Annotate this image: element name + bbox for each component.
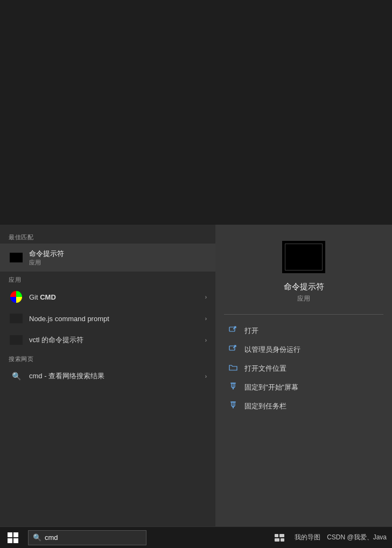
taskbar-search-box[interactable]: 🔍 cmd xyxy=(28,530,146,545)
action-pin-taskbar[interactable]: 固定到任务栏 xyxy=(215,397,392,415)
svg-rect-10 xyxy=(275,538,279,542)
apps-section-title: 应用 xyxy=(0,272,215,286)
pin-start-icon xyxy=(228,382,238,392)
pin-taskbar-icon xyxy=(228,401,238,411)
taskbar-right-area: 我的导图 CSDN @我爱、Java xyxy=(271,527,392,549)
web-section-title: 搜索网页 xyxy=(0,351,215,365)
app-large-name: 命令提示符 xyxy=(284,282,324,292)
nodejs-icon xyxy=(9,311,24,326)
action-location-label: 打开文件位置 xyxy=(244,364,286,373)
task-view-button[interactable] xyxy=(271,527,288,549)
vctl-label: vctl 的命令提示符 xyxy=(29,335,205,345)
svg-rect-0 xyxy=(229,327,235,331)
git-colorful-icon xyxy=(10,291,22,303)
taskbar-search-icon: 🔍 xyxy=(33,533,41,542)
magnifier-icon: 🔍 xyxy=(12,372,21,380)
vctl-icon xyxy=(9,332,24,348)
action-pin-start[interactable]: 固定到"开始"屏幕 xyxy=(215,378,392,397)
best-match-app-name: 命令提示符 xyxy=(29,249,64,259)
web-search-arrow-icon: › xyxy=(205,373,207,379)
menu-item-git-cmd[interactable]: Git CMD › xyxy=(0,286,215,308)
action-admin-label: 以管理员身份运行 xyxy=(244,345,300,355)
app-large-type: 应用 xyxy=(297,294,310,303)
cmd-icon-best-match xyxy=(9,250,24,265)
my-guide-label[interactable]: 我的导图 xyxy=(295,533,320,542)
start-button[interactable] xyxy=(0,527,26,549)
git-cmd-icon xyxy=(9,289,24,304)
action-open-location[interactable]: 打开文件位置 xyxy=(215,359,392,378)
cmd-black-icon xyxy=(10,253,23,262)
csdn-label: CSDN @我爱、Java xyxy=(327,533,387,542)
windows-logo-icon xyxy=(8,532,18,543)
nodejs-arrow-icon: › xyxy=(205,316,207,322)
git-cmd-label: Git CMD xyxy=(29,293,205,301)
web-search-label: cmd - 查看网络搜索结果 xyxy=(29,371,205,381)
right-panel-divider xyxy=(224,314,383,315)
svg-rect-9 xyxy=(279,534,284,537)
menu-item-nodejs[interactable]: Node.js command prompt › xyxy=(0,308,215,329)
git-cmd-arrow-icon: › xyxy=(205,294,207,300)
action-open-label: 打开 xyxy=(244,326,258,336)
vctl-black-icon xyxy=(10,335,23,345)
menu-item-vctl[interactable]: vctl 的命令提示符 › xyxy=(0,329,215,351)
action-open[interactable]: 打开 xyxy=(215,321,392,340)
best-match-app-type: 应用 xyxy=(29,259,64,267)
best-match-item[interactable]: 命令提示符 应用 xyxy=(0,244,215,272)
app-large-icon-terminal xyxy=(285,244,323,270)
open-icon xyxy=(228,325,238,336)
menu-item-web-search[interactable]: 🔍 cmd - 查看网络搜索结果 › xyxy=(0,365,215,387)
nodejs-label: Node.js command prompt xyxy=(29,315,205,323)
web-search-icon: 🔍 xyxy=(9,369,24,384)
nodejs-black-icon xyxy=(10,314,23,323)
taskbar: 🔍 cmd 我的导图 CSDN @我爱、Java xyxy=(0,526,392,548)
menu-right-panel: 命令提示符 应用 打开 以管理员身份运行 xyxy=(215,225,392,526)
action-run-as-admin[interactable]: 以管理员身份运行 xyxy=(215,340,392,359)
taskbar-search-text: cmd xyxy=(45,533,58,542)
svg-rect-11 xyxy=(281,538,284,542)
best-match-section-title: 最佳匹配 xyxy=(0,229,215,244)
action-pin-start-label: 固定到"开始"屏幕 xyxy=(244,383,298,392)
app-large-icon-container xyxy=(282,241,325,273)
admin-icon xyxy=(228,344,238,355)
vctl-arrow-icon: › xyxy=(205,337,207,343)
svg-rect-8 xyxy=(275,534,278,537)
action-pin-taskbar-label: 固定到任务栏 xyxy=(244,401,286,411)
svg-rect-1 xyxy=(229,346,235,350)
best-match-text-block: 命令提示符 应用 xyxy=(29,249,64,267)
folder-icon xyxy=(228,363,238,373)
start-menu: 最佳匹配 命令提示符 应用 应用 Git CMD › xyxy=(0,225,215,526)
menu-left-panel: 最佳匹配 命令提示符 应用 应用 Git CMD › xyxy=(0,225,215,526)
